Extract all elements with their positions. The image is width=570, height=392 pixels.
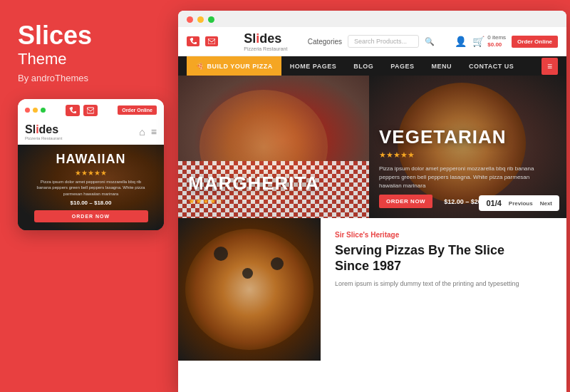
browser-chrome bbox=[178, 11, 566, 27]
pizza-icon: 🍕 bbox=[195, 62, 204, 70]
olive-spot-2 bbox=[242, 268, 253, 279]
pizza-bottom-round bbox=[185, 229, 314, 350]
hero-nav-current: 01/4 bbox=[486, 199, 501, 207]
mobile-nav-icons: ⌂ ≡ bbox=[139, 126, 157, 138]
nav-hamburger-button[interactable]: ≡ bbox=[542, 58, 558, 75]
mobile-logo-bar: Slides Pizzeria Restaurant ⌂ ≡ bbox=[18, 120, 164, 145]
olive-spot-3 bbox=[271, 257, 284, 270]
site-nav: 🍕 BUILD YOUR PIZZA HOME PAGES BLOG PAGES… bbox=[178, 56, 566, 76]
mobile-hero-title: HAWAIIAN bbox=[34, 152, 148, 167]
cart-items: 0 items bbox=[487, 34, 506, 41]
mobile-mockup: Order Online Slides Pizzeria Restaurant … bbox=[18, 99, 164, 230]
categories-link[interactable]: Categories bbox=[308, 38, 342, 46]
site-header: Slides Pizzeria Restaurant Categories Se… bbox=[178, 27, 566, 56]
browser-dot-yellow[interactable] bbox=[197, 16, 204, 23]
svg-rect-1 bbox=[208, 38, 215, 44]
hero-right-stars: ★★★★★ bbox=[379, 150, 415, 160]
header-phone-icon[interactable] bbox=[187, 36, 200, 46]
mobile-header-icons bbox=[66, 105, 98, 116]
olive-spot-1 bbox=[214, 247, 228, 261]
mobile-logo-sub: Pizzeria Restaurant bbox=[25, 136, 62, 140]
site-logo-group: Slides Pizzeria Restaurant bbox=[244, 31, 287, 51]
search-placeholder: Search Products... bbox=[354, 38, 407, 45]
svg-rect-0 bbox=[87, 108, 94, 113]
hero-right: VEGETARIAN ★★★★★ Pizza ipsum dolor amet … bbox=[369, 76, 566, 218]
hero-section: MARGHERITA ★★★★☆ VEGETARIAN ★★★★★ Pizza … bbox=[178, 76, 566, 218]
order-online-button[interactable]: Order Online bbox=[512, 36, 558, 48]
hero-prev-button[interactable]: Previous bbox=[509, 200, 533, 207]
hero-order-now-button[interactable]: ORDER NOW bbox=[379, 195, 432, 208]
mobile-hero-stars: ★★★★★ bbox=[34, 169, 148, 177]
heritage-tag: Sir Slice's Heritage bbox=[335, 231, 552, 239]
browser-window: Slides Pizzeria Restaurant Categories Se… bbox=[178, 11, 566, 392]
bottom-desc: Lorem ipsum is simply dummy text of the … bbox=[335, 279, 552, 289]
mobile-email-icon[interactable] bbox=[83, 105, 98, 116]
site-logo-sub: Pizzeria Restaurant bbox=[244, 46, 287, 51]
cart-info: 0 items $0.00 bbox=[487, 34, 506, 49]
site-logo: Slides Pizzeria Restaurant bbox=[244, 31, 287, 51]
header-center: Categories Search Products... 🔍 bbox=[308, 35, 435, 48]
search-icon[interactable]: 🔍 bbox=[425, 37, 435, 46]
mobile-order-button[interactable]: Order Online bbox=[118, 105, 157, 115]
header-email-icon[interactable] bbox=[205, 36, 218, 46]
hero-next-button[interactable]: Next bbox=[540, 200, 552, 207]
user-icon[interactable]: 👤 bbox=[455, 36, 467, 47]
nav-item-home[interactable]: HOME PAGES bbox=[281, 57, 345, 76]
left-panel: Slices Theme By androThemes Order Online bbox=[0, 0, 175, 392]
bottom-section: Sir Slice's Heritage Serving Pizzas By T… bbox=[178, 218, 566, 361]
header-left bbox=[187, 36, 218, 46]
hero-left-content: MARGHERITA ★★★★☆ bbox=[178, 76, 369, 218]
mobile-home-icon[interactable]: ⌂ bbox=[139, 126, 145, 138]
search-input[interactable]: Search Products... bbox=[348, 35, 419, 48]
bottom-pizza-image bbox=[178, 218, 321, 361]
nav-item-contact[interactable]: CONTACT US bbox=[460, 57, 522, 76]
build-pizza-button[interactable]: 🍕 BUILD YOUR PIZZA bbox=[187, 56, 281, 76]
mobile-top-bar: Order Online bbox=[18, 99, 164, 120]
hero-left: MARGHERITA ★★★★☆ bbox=[178, 76, 369, 218]
hero-right-title: VEGETARIAN bbox=[379, 126, 507, 148]
cart-icon: 🛒 bbox=[472, 36, 484, 47]
header-right: 👤 🛒 0 items $0.00 Order Online bbox=[455, 34, 558, 49]
browser-dot-green[interactable] bbox=[208, 16, 214, 23]
hero-left-title: MARGHERITA bbox=[188, 172, 319, 195]
mobile-logo: Slides Pizzeria Restaurant bbox=[25, 123, 62, 140]
mobile-hero-price: $10.00 – $18.00 bbox=[34, 200, 148, 206]
mobile-phone-icon[interactable] bbox=[66, 105, 80, 116]
subtitle-text: Theme bbox=[18, 50, 92, 68]
cart-button[interactable]: 🛒 0 items $0.00 bbox=[472, 34, 506, 49]
mobile-dot-yellow bbox=[33, 108, 38, 113]
mobile-menu-icon[interactable]: ≡ bbox=[151, 126, 157, 138]
cart-price: $0.00 bbox=[487, 41, 506, 48]
browser-dot-red[interactable] bbox=[187, 16, 193, 23]
nav-item-blog[interactable]: BLOG bbox=[345, 57, 382, 76]
mobile-hero-desc: Pizza ipsum dolor amet pepperoni mozzare… bbox=[34, 179, 148, 197]
bottom-heading: Serving Pizzas By The SliceSince 1987 bbox=[335, 243, 552, 274]
build-pizza-label: BUILD YOUR PIZZA bbox=[207, 63, 273, 70]
mobile-traffic-lights bbox=[25, 108, 46, 113]
mobile-hero-content: HAWAIIAN ★★★★★ Pizza ipsum dolor amet pe… bbox=[34, 152, 148, 222]
mobile-dot-red bbox=[25, 108, 30, 113]
bottom-text-content: Sir Slice's Heritage Serving Pizzas By T… bbox=[321, 218, 566, 361]
hero-left-stars: ★★★★☆ bbox=[188, 197, 224, 206]
nav-item-pages[interactable]: PAGES bbox=[382, 57, 423, 76]
title-text: Slices bbox=[18, 21, 92, 50]
mobile-order-big-button[interactable]: ORDER NOW bbox=[34, 210, 148, 222]
theme-title: Slices Theme By androThemes bbox=[18, 21, 92, 83]
hero-nav-indicator: 01/4 Previous Next bbox=[479, 195, 559, 211]
hero-right-desc: Pizza ipsum dolor amet pepperoni mozzare… bbox=[379, 165, 536, 190]
mobile-hero: HAWAIIAN ★★★★★ Pizza ipsum dolor amet pe… bbox=[18, 145, 164, 230]
mobile-logo-text: Slides bbox=[25, 123, 58, 135]
mobile-dot-green bbox=[41, 108, 46, 113]
author-text: By androThemes bbox=[18, 73, 92, 83]
nav-item-menu[interactable]: MENU bbox=[423, 57, 461, 76]
